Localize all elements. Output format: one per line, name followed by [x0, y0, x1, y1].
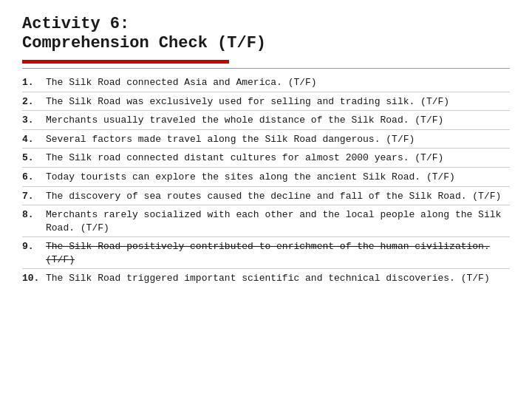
question-text: Merchants rarely socialized with each ot… [46, 208, 510, 234]
question-number: 7. [22, 190, 46, 202]
question-item: 8.Merchants rarely socialized with each … [22, 205, 510, 237]
question-text: Several factors made travel along the Si… [46, 133, 415, 146]
question-item: 2.The Silk Road was exclusively used for… [22, 92, 510, 112]
question-text: The Silk road connected distant cultures… [46, 151, 443, 165]
question-text: The Silk Road connected Asia and America… [46, 76, 317, 89]
question-item: 5.The Silk road connected distant cultur… [22, 149, 510, 168]
title-section: Activity 6: Comprehension Check (T/F) [22, 15, 510, 54]
question-number: 5. [22, 151, 46, 163]
page: Activity 6: Comprehension Check (T/F) 1.… [0, 0, 532, 399]
question-text: The Silk Road triggered important scient… [46, 272, 490, 285]
question-number: 4. [22, 133, 46, 145]
questions-list: 1.The Silk Road connected Asia and Ameri… [22, 73, 510, 287]
question-number: 10. [22, 272, 46, 284]
question-number: 8. [22, 208, 46, 220]
question-number: 2. [22, 95, 46, 107]
question-item: 10.The Silk Road triggered important sci… [22, 269, 510, 287]
title-line2: Comprehension Check (T/F) [22, 34, 510, 53]
top-divider [22, 68, 510, 69]
question-item: 6.Today tourists can explore the sites a… [22, 168, 510, 187]
question-item: 7.The discovery of sea routes caused the… [22, 187, 510, 206]
question-number: 9. [22, 240, 46, 252]
question-item: 3.Merchants usually traveled the whole d… [22, 111, 510, 130]
question-text: The Silk Road positively contributed to … [46, 240, 510, 266]
question-text: Today tourists can explore the sites alo… [46, 171, 455, 184]
question-number: 1. [22, 76, 46, 88]
title-line1: Activity 6: [22, 15, 510, 34]
question-number: 6. [22, 171, 46, 183]
question-item: 4.Several factors made travel along the … [22, 130, 510, 149]
question-item: 9.The Silk Road positively contributed t… [22, 237, 510, 269]
question-text: The Silk Road was exclusively used for s… [46, 95, 449, 109]
question-number: 3. [22, 114, 46, 126]
question-text: The discovery of sea routes caused the d… [46, 190, 501, 203]
question-item: 1.The Silk Road connected Asia and Ameri… [22, 73, 510, 92]
red-divider [22, 60, 229, 64]
question-text: Merchants usually traveled the whole dis… [46, 114, 443, 127]
